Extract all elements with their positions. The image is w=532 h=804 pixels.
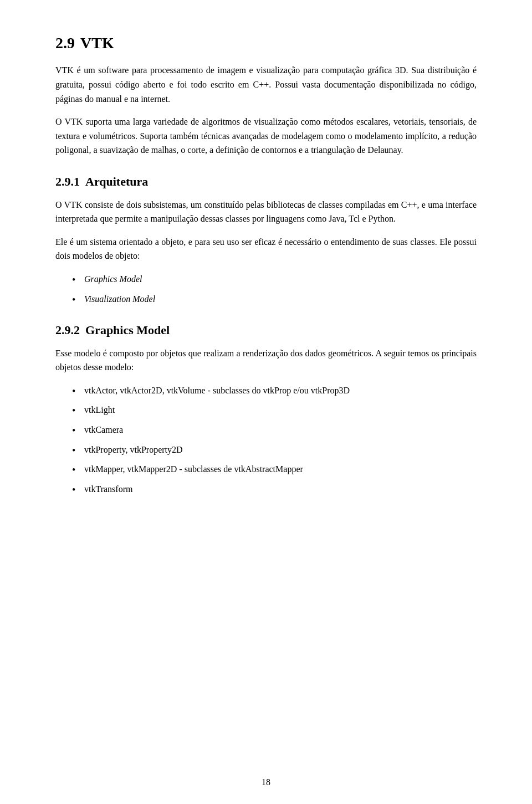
section-292-bullet-list: vtkActor, vtkActor2D, vtkVolume - subcla… [72,383,477,496]
section-291-heading: Arquitetura [85,175,148,188]
section-291-title: 2.9.1Arquitetura [55,174,477,190]
list-item: vtkActor, vtkActor2D, vtkVolume - subcla… [72,383,477,398]
section-292-para-1: Esse modelo é composto por objetos que r… [55,346,477,375]
list-item: vtkProperty, vtkProperty2D [72,443,477,457]
section-291-para-1: O VTK consiste de dois subsistemas, um c… [55,198,477,226]
section-29-para-2: O VTK suporta uma larga variedade de alg… [55,115,477,157]
section-29-title: 2.9VTK [55,33,477,53]
list-item: vtkLight [72,403,477,417]
bullet-item-1: Graphics Model [84,274,142,284]
list-item: Graphics Model [72,272,477,286]
section-291-bullet-list: Graphics Model Visualization Model [72,272,477,306]
section-29-number: 2.9 [55,34,75,52]
bullet-item-light: vtkLight [84,405,115,414]
bullet-item-mapper: vtkMapper, vtkMapper2D - subclasses de v… [84,464,303,474]
section-291-para-2: Ele é um sistema orientado a objeto, e p… [55,235,477,263]
list-item: vtkMapper, vtkMapper2D - subclasses de v… [72,462,477,477]
bullet-item-actor: vtkActor, vtkActor2D, vtkVolume - subcla… [84,386,350,395]
section-292-number: 2.9.2 [55,323,80,337]
bullet-item-2: Visualization Model [84,294,155,304]
section-292-title: 2.9.2Graphics Model [55,322,477,339]
section-29-heading: VTK [80,34,114,52]
bullet-item-transform: vtkTransform [84,484,132,494]
page: 2.9VTK VTK é um software para processame… [0,0,532,804]
section-292: 2.9.2Graphics Model Esse modelo é compos… [55,322,477,496]
section-29-para-1: VTK é um software para processamento de … [55,63,477,106]
list-item: Visualization Model [72,292,477,306]
bullet-item-property: vtkProperty, vtkProperty2D [84,445,183,454]
bullet-item-camera: vtkCamera [84,425,123,434]
section-291-number: 2.9.1 [55,175,80,188]
page-number: 18 [262,777,270,787]
list-item: vtkCamera [72,423,477,437]
list-item: vtkTransform [72,482,477,496]
section-292-heading: Graphics Model [85,323,170,337]
